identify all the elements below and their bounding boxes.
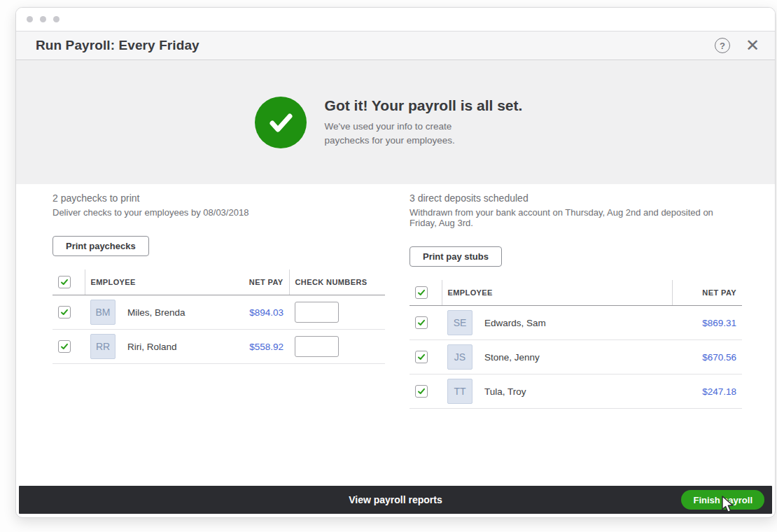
avatar: TT	[447, 379, 472, 404]
run-payroll-window: Run Payroll: Every Friday ? ✕ Got it! Yo…	[15, 7, 776, 518]
window-control-close[interactable]	[27, 16, 33, 22]
avatar: RR	[90, 334, 115, 359]
view-payroll-reports-link[interactable]: View payroll reports	[349, 494, 442, 505]
direct-deposits-table: EMPLOYEE NET PAY SE	[410, 280, 742, 409]
footer-bar: View payroll reports Finish payroll	[19, 486, 772, 514]
table-row: SE Edwards, Sam $869.31	[410, 306, 742, 340]
select-all-checkbox[interactable]	[58, 276, 71, 288]
column-header-net-pay: NET PAY	[234, 270, 289, 295]
row-checkbox[interactable]	[415, 351, 428, 363]
page-title: Run Payroll: Every Friday	[36, 38, 200, 53]
window-control-minimize[interactable]	[40, 16, 46, 22]
table-row: TT Tula, Troy $247.18	[410, 374, 742, 409]
paychecks-summary: 2 paychecks to print	[52, 192, 385, 204]
employee-name: Riri, Roland	[127, 342, 177, 352]
row-checkbox[interactable]	[58, 306, 71, 318]
window-control-zoom[interactable]	[53, 16, 59, 22]
checkmark-icon	[417, 288, 426, 297]
net-pay-value: $558.92	[249, 342, 284, 352]
net-pay-value: $670.56	[702, 352, 736, 363]
check-number-input[interactable]	[295, 302, 339, 323]
close-icon[interactable]: ✕	[746, 37, 760, 54]
main-content: 2 paychecks to print Deliver checks to y…	[16, 184, 775, 486]
employee-name: Edwards, Sam	[484, 318, 546, 328]
paychecks-detail: Deliver checks to your employees by 08/0…	[52, 207, 385, 218]
select-all-checkbox[interactable]	[415, 286, 428, 299]
success-subtext: We've used your info to create paychecks…	[325, 120, 498, 147]
checkmark-icon	[60, 342, 69, 351]
dialog-header: Run Payroll: Every Friday ? ✕	[16, 31, 775, 60]
help-icon[interactable]: ?	[715, 38, 730, 53]
success-check-icon	[255, 97, 307, 148]
table-row: BM Miles, Brenda $894.03	[52, 295, 385, 330]
checkmark-icon	[60, 278, 69, 286]
direct-deposits-section: 3 direct deposits scheduled Withdrawn fr…	[410, 192, 742, 486]
deposits-summary: 3 direct deposits scheduled	[410, 192, 742, 204]
checkmark-icon	[60, 308, 69, 316]
column-header-check-numbers: CHECK NUMBERS	[289, 270, 385, 295]
row-checkbox[interactable]	[415, 385, 428, 398]
paychecks-section: 2 paychecks to print Deliver checks to y…	[52, 192, 385, 486]
column-header-employee: EMPLOYEE	[85, 270, 234, 295]
success-banner: Got it! Your payroll is all set. We've u…	[16, 60, 775, 184]
employee-name: Stone, Jenny	[484, 352, 540, 363]
checkmark-icon	[417, 353, 426, 361]
window-titlebar	[16, 8, 775, 31]
net-pay-value: $869.31	[702, 318, 736, 328]
employee-name: Tula, Troy	[484, 386, 526, 397]
column-header-employee: EMPLOYEE	[442, 280, 672, 306]
checkmark-icon	[417, 318, 426, 327]
avatar: SE	[447, 310, 472, 335]
net-pay-value: $247.18	[702, 386, 736, 397]
check-number-input[interactable]	[295, 336, 339, 357]
print-paychecks-button[interactable]: Print paychecks	[52, 236, 149, 256]
row-checkbox[interactable]	[58, 340, 71, 353]
column-header-net-pay: NET PAY	[672, 280, 742, 306]
deposits-detail: Withdrawn from your bank account on Thur…	[410, 207, 742, 228]
checkmark-icon	[417, 387, 426, 396]
finish-payroll-button[interactable]: Finish payroll	[681, 490, 764, 510]
success-heading: Got it! Your payroll is all set.	[325, 97, 523, 114]
employee-name: Miles, Brenda	[127, 307, 186, 318]
net-pay-value: $894.03	[249, 307, 284, 318]
avatar: JS	[447, 344, 472, 370]
table-row: RR Riri, Roland $558.92	[52, 330, 385, 364]
row-checkbox[interactable]	[415, 316, 428, 329]
avatar: BM	[90, 300, 115, 325]
print-pay-stubs-button[interactable]: Print pay stubs	[410, 246, 502, 267]
paychecks-table: EMPLOYEE NET PAY CHECK NUMBERS	[52, 270, 385, 364]
table-row: JS Stone, Jenny $670.56	[410, 340, 742, 374]
